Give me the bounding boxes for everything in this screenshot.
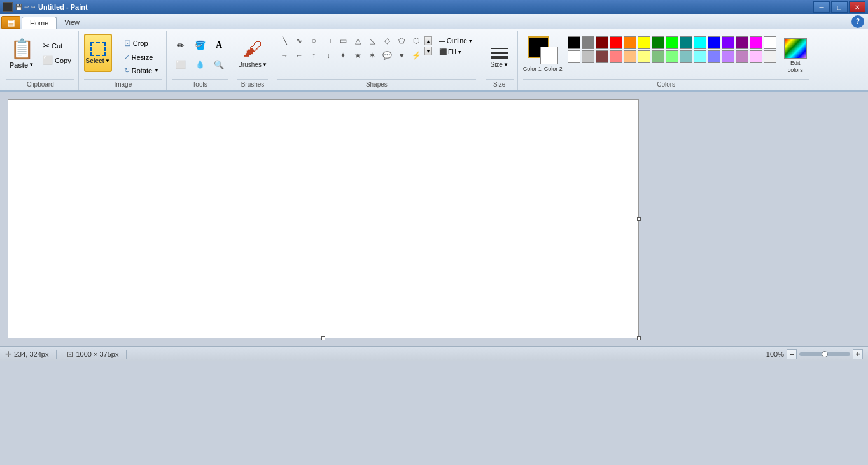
color-orange[interactable] bbox=[624, 36, 636, 49]
color-white[interactable] bbox=[764, 36, 776, 49]
color-red[interactable] bbox=[610, 36, 622, 49]
color-green[interactable] bbox=[666, 36, 678, 49]
shapes-scroll-up[interactable]: ▲ bbox=[424, 36, 432, 45]
help-button[interactable]: ? bbox=[851, 15, 864, 28]
color-darkgreen[interactable] bbox=[652, 36, 664, 49]
tools-grid: ✏ 🪣 A ⬜ 💧 🔍 bbox=[172, 34, 228, 73]
resize-button[interactable]: ⤢ Resize bbox=[121, 51, 162, 63]
brushes-button[interactable]: 🖌 Brushes ▼ bbox=[237, 34, 268, 72]
rtriangle-shape[interactable]: ◺ bbox=[365, 34, 379, 48]
text-tool[interactable]: A bbox=[210, 36, 228, 54]
color-ltgray[interactable] bbox=[582, 50, 594, 63]
magnify-tool[interactable]: 🔍 bbox=[210, 55, 228, 73]
pencil-tool[interactable]: ✏ bbox=[172, 36, 190, 54]
color-blue[interactable] bbox=[708, 36, 720, 49]
larrow-shape[interactable]: ← bbox=[292, 48, 306, 62]
star5-shape[interactable]: ★ bbox=[351, 48, 365, 62]
cut-button[interactable]: ✂ Cut bbox=[39, 39, 74, 52]
paint-canvas[interactable] bbox=[8, 99, 639, 338]
brushes-label: Brushes bbox=[238, 61, 262, 68]
line-shape[interactable]: ╲ bbox=[277, 34, 291, 48]
color-ltteal[interactable] bbox=[680, 50, 692, 63]
color-darkpurple[interactable] bbox=[736, 36, 748, 49]
close-button[interactable]: ✕ bbox=[849, 1, 865, 13]
color-lavender[interactable] bbox=[722, 50, 734, 63]
color-darkred[interactable] bbox=[596, 36, 608, 49]
color-ltgreen[interactable] bbox=[652, 50, 664, 63]
color-pink[interactable] bbox=[610, 50, 622, 63]
shapes-scroll-down[interactable]: ▼ bbox=[424, 46, 432, 55]
pentagon-shape[interactable]: ⬠ bbox=[395, 34, 409, 48]
color-magenta[interactable] bbox=[750, 36, 762, 49]
color-black[interactable] bbox=[568, 36, 580, 49]
color-gray[interactable] bbox=[582, 36, 594, 49]
star6-shape[interactable]: ✶ bbox=[365, 48, 379, 62]
fill-tool[interactable]: 🪣 bbox=[191, 36, 209, 54]
color-teal[interactable] bbox=[680, 36, 692, 49]
outline-button[interactable]: — Outline ▼ bbox=[436, 36, 476, 46]
roundrect-shape[interactable]: ▭ bbox=[336, 34, 350, 48]
zoom-slider[interactable] bbox=[799, 352, 850, 356]
copy-button[interactable]: ⬜ Copy bbox=[39, 54, 74, 67]
color-offwhite[interactable] bbox=[764, 50, 776, 63]
color-yellow[interactable] bbox=[638, 36, 650, 49]
brush-icon: 🖌 bbox=[243, 38, 262, 60]
edit-colors-button[interactable]: Edit colors bbox=[781, 36, 809, 76]
resize-handle-corner[interactable] bbox=[637, 336, 641, 340]
color-ltmagenta[interactable] bbox=[750, 50, 762, 63]
callout-shape[interactable]: 💬 bbox=[380, 48, 394, 62]
tab-view[interactable]: View bbox=[57, 16, 87, 29]
color-ltcyan[interactable] bbox=[694, 50, 706, 63]
coordinates-text: 234, 324px bbox=[14, 350, 48, 358]
color-white2[interactable] bbox=[568, 50, 580, 63]
shapes-label: Shapes bbox=[277, 79, 476, 89]
color-ltpurple[interactable] bbox=[736, 50, 748, 63]
hexagon-shape[interactable]: ⬡ bbox=[409, 34, 423, 48]
resize-handle-right[interactable] bbox=[637, 217, 641, 221]
copy-label: Copy bbox=[55, 57, 71, 64]
eraser-tool[interactable]: ⬜ bbox=[172, 55, 190, 73]
zoom-in-button[interactable]: + bbox=[853, 349, 863, 359]
oval-shape[interactable]: ○ bbox=[307, 34, 321, 48]
paint-menu-button[interactable]: ▤ bbox=[1, 16, 20, 29]
color-salmon[interactable] bbox=[624, 50, 636, 63]
paste-button[interactable]: 📋 Paste ▼ bbox=[6, 34, 37, 72]
brushes-content: 🖌 Brushes ▼ bbox=[237, 31, 268, 79]
triangle-shape[interactable]: △ bbox=[351, 34, 365, 48]
minimize-button[interactable]: ─ bbox=[813, 1, 830, 13]
size-group-label: Size bbox=[486, 79, 514, 89]
resize-handle-bottom[interactable] bbox=[321, 336, 325, 340]
darrow-shape[interactable]: ↓ bbox=[321, 48, 335, 62]
lightning-shape[interactable]: ⚡ bbox=[409, 48, 423, 62]
color-ltgreen2[interactable] bbox=[666, 50, 678, 63]
color-palette bbox=[568, 36, 776, 63]
color-ltblue[interactable] bbox=[708, 50, 720, 63]
diamond-shape[interactable]: ◇ bbox=[380, 34, 394, 48]
color-purple2[interactable] bbox=[722, 36, 734, 49]
curve-shape[interactable]: ∿ bbox=[292, 34, 306, 48]
maximize-button[interactable]: □ bbox=[831, 1, 848, 13]
quick-access: 💾 ↩ ↪ bbox=[15, 4, 36, 10]
clipboard-content: 📋 Paste ▼ ✂ Cut ⬜ Copy bbox=[6, 31, 74, 79]
rarrow-shape[interactable]: → bbox=[277, 48, 291, 62]
tab-home[interactable]: Home bbox=[22, 17, 57, 29]
star4-shape[interactable]: ✦ bbox=[336, 48, 350, 62]
rotate-label: Rotate bbox=[132, 67, 152, 75]
color-cyan[interactable] bbox=[694, 36, 706, 49]
size-button[interactable]: Size ▼ bbox=[486, 34, 514, 78]
color-rose[interactable] bbox=[596, 50, 608, 63]
color-ltyellow[interactable] bbox=[638, 50, 650, 63]
uarrow-shape[interactable]: ↑ bbox=[307, 48, 321, 62]
fill-button[interactable]: ⬛ Fill ▼ bbox=[436, 47, 476, 57]
shapes-group: ╲ ∿ ○ □ ▭ △ ◺ ◇ ⬠ ⬡ → ← bbox=[274, 31, 480, 90]
rect-shape[interactable]: □ bbox=[321, 34, 335, 48]
select-button[interactable]: Select ▼ bbox=[84, 34, 112, 72]
color2-swatch[interactable] bbox=[540, 46, 558, 64]
zoom-section: 100% − + bbox=[766, 349, 863, 359]
heart-shape[interactable]: ♥ bbox=[395, 48, 409, 62]
image-group: Select ▼ ⊡ Crop ⤢ Resize ↻ Rotate bbox=[80, 31, 167, 90]
rotate-button[interactable]: ↻ Rotate ▼ bbox=[121, 64, 162, 76]
crop-button[interactable]: ⊡ Crop bbox=[121, 36, 162, 50]
zoom-out-button[interactable]: − bbox=[787, 349, 797, 359]
color-picker-tool[interactable]: 💧 bbox=[191, 55, 209, 73]
